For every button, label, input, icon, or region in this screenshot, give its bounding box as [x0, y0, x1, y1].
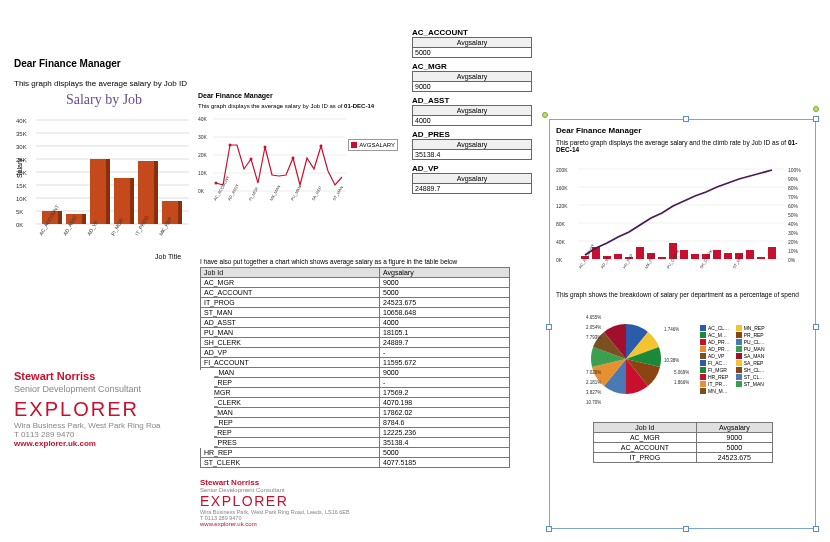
svg-text:20K: 20K	[198, 152, 208, 158]
contact-addr: Wira Business Park, West Park Ring Roa	[14, 421, 214, 430]
salary-table-block: I have also put together a chart which s…	[200, 258, 510, 468]
rotate-handle-icon[interactable]	[813, 106, 819, 112]
svg-text:80K: 80K	[556, 221, 566, 227]
line-chart-svg: 40K30K20K10K0K AC_ACCOUNT AD_ASST FI_MGR…	[198, 109, 346, 204]
bar-chart: Salary by Job 40K35K30K 25K20K15K 10K5K0…	[14, 92, 194, 240]
svg-rect-87	[636, 247, 644, 259]
svg-text:4.655%: 4.655%	[586, 315, 601, 320]
svg-rect-21	[82, 214, 86, 224]
svg-text:10.38%: 10.38%	[664, 358, 679, 363]
svg-rect-91	[680, 250, 688, 259]
svg-text:90%: 90%	[788, 176, 799, 182]
svg-text:AD_VP: AD_VP	[86, 219, 100, 237]
svg-text:ST_MAN: ST_MAN	[732, 253, 744, 270]
svg-text:30%: 30%	[788, 230, 799, 236]
svg-point-50	[292, 157, 295, 160]
logo: EXPLORER	[14, 398, 214, 421]
svg-rect-29	[178, 201, 182, 224]
svg-text:10%: 10%	[788, 248, 799, 254]
intro-text: This graph displays the average salary b…	[14, 79, 414, 88]
svg-rect-24	[114, 178, 130, 224]
svg-rect-85	[614, 254, 622, 259]
pie-chart: 4.655%2.054%1.746%7.793%7.026%10.38%2.18…	[556, 304, 696, 414]
salary-table: Job IdAvgsalary AC_MGR9000AC_ACCOUNT5000…	[200, 267, 510, 468]
right-greeting: Dear Finance Manager	[556, 126, 809, 135]
table-row: AC_ACCOUNT	[201, 288, 380, 298]
contact-name: Stewart Norriss	[14, 370, 214, 382]
svg-text:70%: 70%	[788, 194, 799, 200]
line-legend: AVGSALARY	[348, 139, 398, 151]
svg-text:PU_MAN: PU_MAN	[290, 184, 303, 201]
table-row: IT_PROG	[201, 298, 380, 308]
svg-text:FI_MGR: FI_MGR	[248, 186, 260, 202]
table-row: PR_REP	[201, 378, 380, 388]
svg-text:0K: 0K	[198, 188, 205, 194]
table-row: MK_REP	[201, 418, 380, 428]
svg-text:120K: 120K	[556, 203, 568, 209]
table-row: AD_VP	[201, 348, 380, 358]
table-row: SH_CLERK	[201, 338, 380, 348]
svg-text:20%: 20%	[788, 239, 799, 245]
svg-rect-89	[658, 257, 666, 259]
svg-rect-97	[746, 250, 754, 259]
svg-rect-95	[724, 253, 732, 259]
svg-text:100%: 100%	[788, 167, 801, 173]
table-row: FI_MGR	[201, 388, 380, 398]
pareto-chart: 200K160K120K80K40K0K 100%90%80%70%60%50%…	[556, 157, 811, 277]
table-row: PU_MAN	[201, 328, 380, 338]
svg-text:MK_MAN: MK_MAN	[269, 184, 282, 201]
svg-rect-99	[768, 247, 776, 259]
svg-text:35K: 35K	[16, 131, 27, 137]
svg-text:50%: 50%	[788, 212, 799, 218]
table-row: HR_REP	[201, 448, 380, 458]
svg-text:HR_REP: HR_REP	[622, 253, 635, 270]
svg-text:0K: 0K	[556, 257, 563, 263]
svg-text:3.827%: 3.827%	[586, 390, 601, 395]
svg-text:5K: 5K	[16, 209, 23, 215]
table-row: AD_ASST	[201, 318, 380, 328]
xlabel: Job Title	[155, 253, 181, 260]
svg-point-47	[229, 144, 232, 147]
contact-web: www.explorer.uk.com	[14, 439, 214, 448]
table-intro: I have also put together a chart which s…	[200, 258, 510, 265]
svg-text:30K: 30K	[16, 144, 27, 150]
svg-text:5.069%: 5.069%	[674, 370, 689, 375]
bar-chart-svg: 40K35K30K 25K20K15K 10K5K0K	[14, 108, 194, 238]
svg-text:2.181%: 2.181%	[586, 380, 601, 385]
line-greet: Dear Finance Manager	[198, 92, 398, 99]
svg-text:7.793%: 7.793%	[586, 335, 601, 340]
svg-text:MK_REP: MK_REP	[158, 215, 174, 236]
table-row: AC_MGR	[201, 278, 380, 288]
col-jobid: Job Id	[201, 268, 380, 278]
left-report: Dear Finance Manager This graph displays…	[14, 58, 414, 240]
svg-text:SA_REP: SA_REP	[311, 185, 323, 201]
table-row: AD_PRES	[201, 438, 380, 448]
svg-rect-19	[58, 211, 62, 224]
svg-text:ST_MAN: ST_MAN	[332, 185, 344, 202]
table-row: ST_MAN	[201, 308, 380, 318]
selection-handle-icon[interactable]	[542, 112, 548, 118]
contact-block: Stewart Norriss Senior Development Consu…	[14, 370, 214, 448]
table-row: ST_CLERK	[201, 458, 380, 468]
svg-text:200K: 200K	[556, 167, 568, 173]
svg-text:1.866%: 1.866%	[674, 380, 689, 385]
svg-text:0%: 0%	[788, 257, 796, 263]
right-table: Job IdAvgsalary AC_MGR9000AC_ACCOUNT5000…	[593, 422, 773, 463]
svg-text:MK_REP: MK_REP	[644, 252, 657, 269]
svg-rect-22	[90, 159, 106, 224]
mini-tables: AC_ACCOUNT Avgsalary5000AC_MGR Avgsalary…	[412, 28, 532, 198]
pie-legend: AC_CL…MN_REPAC_M…PR_REPAD_PR…PU_CL…AD_PR…	[700, 325, 765, 394]
table-row: FI_ACCOUNT	[201, 358, 380, 368]
table-row: MK_MAN	[201, 368, 380, 378]
svg-text:2.054%: 2.054%	[586, 325, 601, 330]
ylabel: Salary	[16, 158, 24, 178]
svg-rect-26	[138, 161, 154, 224]
svg-text:60%: 60%	[788, 203, 799, 209]
svg-text:AD_ASST: AD_ASST	[227, 183, 241, 202]
svg-text:40K: 40K	[556, 239, 566, 245]
svg-text:160K: 160K	[556, 185, 568, 191]
svg-point-51	[320, 145, 323, 148]
svg-rect-98	[757, 257, 765, 259]
right-report-selected[interactable]: Dear Finance Manager This pareto graph d…	[549, 119, 816, 529]
greeting: Dear Finance Manager	[14, 58, 414, 69]
